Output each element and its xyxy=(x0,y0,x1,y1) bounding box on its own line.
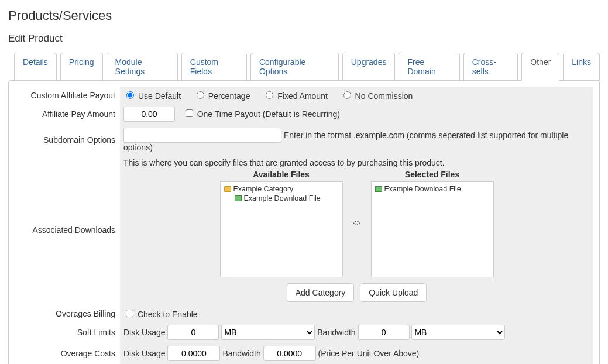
page-subtitle: Edit Product xyxy=(8,33,600,44)
available-category-item[interactable]: Example Category xyxy=(224,184,339,194)
onetime-payout-text: One Time Payout (Default is Recurring) xyxy=(197,109,340,119)
file-icon xyxy=(375,186,382,192)
overage-disk-input[interactable] xyxy=(167,346,220,361)
tab-free-domain[interactable]: Free Domain xyxy=(399,53,459,81)
tab-content-panel: Custom Affiliate Payout Use Default Perc… xyxy=(8,80,600,364)
available-files-heading: Available Files xyxy=(220,169,343,181)
available-file-item[interactable]: Example Download File xyxy=(235,194,339,203)
soft-disk-label: Disk Usage xyxy=(123,328,166,337)
downloads-intro: This is where you can specify files that… xyxy=(123,158,590,167)
radio-use-default-text: Use Default xyxy=(138,91,181,101)
affiliate-amount-input[interactable] xyxy=(123,107,175,122)
selected-file-text: Example Download File xyxy=(384,185,461,193)
tabs-bar: Details Pricing Module Settings Custom F… xyxy=(8,53,600,81)
tab-cross-sells[interactable]: Cross-sells xyxy=(463,53,518,81)
radio-use-default[interactable] xyxy=(126,91,134,99)
folder-icon xyxy=(224,186,231,192)
label-overages-billing: Overages Billing xyxy=(15,305,120,322)
soft-bw-input[interactable] xyxy=(358,325,410,340)
tab-upgrades[interactable]: Upgrades xyxy=(342,53,396,81)
page-title: Products/Services xyxy=(8,8,600,23)
tab-links[interactable]: Links xyxy=(563,53,600,81)
radio-none-text: No Commission xyxy=(355,91,413,101)
label-overage-costs: Overage Costs xyxy=(15,343,120,364)
overage-bw-label: Bandwidth xyxy=(222,349,260,358)
tab-other[interactable]: Other xyxy=(521,53,559,81)
overage-costs-hint: (Price Per Unit Over Above) xyxy=(318,349,420,358)
onetime-payout-checkbox[interactable] xyxy=(186,109,193,117)
label-soft-limits: Soft Limits xyxy=(15,322,120,343)
soft-disk-unit-select[interactable]: MB xyxy=(221,325,315,340)
available-category-text: Example Category xyxy=(233,185,294,193)
radio-none-label[interactable]: No Commission xyxy=(341,91,413,101)
soft-disk-input[interactable] xyxy=(167,325,219,340)
label-subdomain: Subdomain Options xyxy=(15,125,120,155)
label-downloads: Associated Downloads xyxy=(15,155,120,305)
quick-upload-button[interactable]: Quick Upload xyxy=(360,283,427,302)
subdomain-input[interactable] xyxy=(123,128,281,143)
radio-percentage-text: Percentage xyxy=(208,91,250,101)
radio-fixed-label[interactable]: Fixed Amount xyxy=(263,91,329,101)
tab-pricing[interactable]: Pricing xyxy=(60,53,103,81)
overages-enable-label[interactable]: Check to Enable xyxy=(123,310,198,319)
radio-no-commission[interactable] xyxy=(343,91,351,99)
available-file-text: Example Download File xyxy=(244,194,321,202)
selected-files-list[interactable]: Example Download File xyxy=(371,181,494,277)
overage-bw-input[interactable] xyxy=(263,346,316,361)
overages-enable-text: Check to Enable xyxy=(138,310,198,319)
label-affiliate-payout: Custom Affiliate Payout xyxy=(15,87,120,104)
radio-fixed[interactable] xyxy=(266,91,273,99)
selected-file-item[interactable]: Example Download File xyxy=(375,184,490,194)
radio-percentage[interactable] xyxy=(197,91,204,99)
available-files-list[interactable]: Example Category Example Download File xyxy=(220,181,343,277)
tab-module-settings[interactable]: Module Settings xyxy=(107,53,178,81)
radio-percentage-label[interactable]: Percentage xyxy=(194,91,252,101)
soft-bw-label: Bandwidth xyxy=(317,328,355,337)
add-category-button[interactable]: Add Category xyxy=(287,283,355,302)
onetime-payout-label[interactable]: One Time Payout (Default is Recurring) xyxy=(183,109,340,119)
radio-use-default-label[interactable]: Use Default xyxy=(123,91,183,101)
tab-details[interactable]: Details xyxy=(14,53,57,81)
swap-icon: <> xyxy=(350,169,364,277)
tab-configurable-options[interactable]: Configurable Options xyxy=(250,53,339,81)
overage-disk-label: Disk Usage xyxy=(123,349,166,358)
soft-bw-unit-select[interactable]: MB xyxy=(411,325,505,340)
radio-fixed-text: Fixed Amount xyxy=(277,91,328,101)
file-icon xyxy=(235,195,242,201)
tab-custom-fields[interactable]: Custom Fields xyxy=(181,53,247,81)
overages-enable-checkbox[interactable] xyxy=(126,310,133,317)
label-affiliate-amount: Affiliate Pay Amount xyxy=(15,104,120,125)
selected-files-heading: Selected Files xyxy=(371,169,494,181)
